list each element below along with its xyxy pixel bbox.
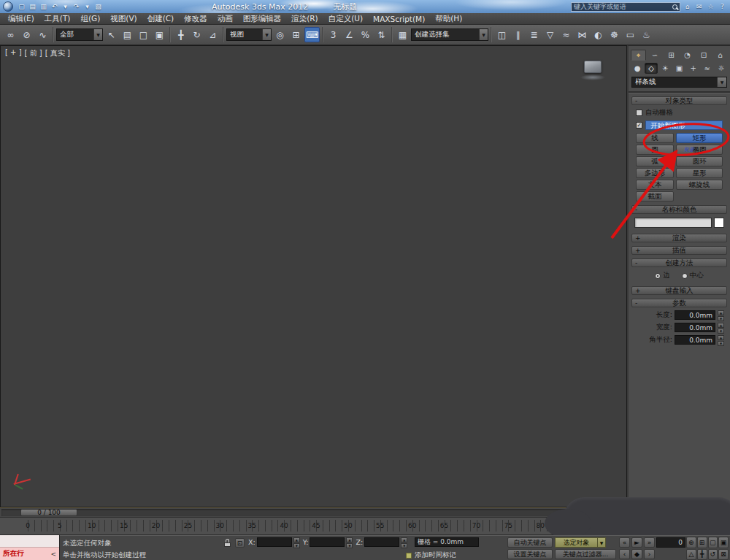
systems-category-icon[interactable]: ☼ xyxy=(715,63,728,74)
spinner[interactable]: ▲ ▼ xyxy=(401,537,407,547)
add-time-tag[interactable]: 添加时间标记 xyxy=(406,551,456,560)
redo-icon[interactable]: ↷ xyxy=(72,1,81,12)
use-pivot-center-icon[interactable]: ◎ xyxy=(272,27,288,42)
arc-button[interactable]: 弧 xyxy=(636,156,674,166)
modify-tab[interactable]: ∽ xyxy=(647,50,662,61)
start-new-shape-checkbox[interactable]: ✓ xyxy=(636,122,642,129)
menu-item[interactable]: 帮助(H) xyxy=(430,13,467,24)
search-input[interactable] xyxy=(574,3,670,10)
curve-editor-icon[interactable]: ≈ xyxy=(558,27,574,42)
menu-item[interactable]: 修改器 xyxy=(179,13,212,24)
schematic-view-icon[interactable]: ⋈ xyxy=(575,27,590,42)
select-and-move-icon[interactable]: ╋ xyxy=(173,27,188,42)
display-tab[interactable]: ⊡ xyxy=(696,50,711,61)
spinner-down-icon[interactable]: ▼ xyxy=(718,341,724,346)
undo-dropdown-icon[interactable]: ▾ xyxy=(61,1,70,12)
edit-named-selection-sets-icon[interactable]: ▦ xyxy=(395,27,410,42)
param-field[interactable]: 0.0mm xyxy=(675,323,715,332)
coordinate-field[interactable] xyxy=(257,537,292,547)
shapes-category-icon[interactable]: ◇ xyxy=(645,63,658,74)
space-warps-category-icon[interactable]: ≈ xyxy=(701,63,714,74)
edge-radio[interactable]: 边 xyxy=(655,271,670,280)
subscription-center-icon[interactable]: ⌂ xyxy=(683,1,692,12)
auto-key-button[interactable]: 自动关键点 xyxy=(507,537,553,548)
align-icon[interactable]: ∥ xyxy=(510,27,526,42)
helpers-category-icon[interactable]: + xyxy=(687,63,700,74)
spinner-up-icon[interactable]: ▲ xyxy=(346,537,353,542)
play-animation-icon[interactable]: ► xyxy=(631,537,642,548)
mirror-icon[interactable]: ◫ xyxy=(494,27,510,42)
menu-item[interactable]: 动画 xyxy=(212,13,238,24)
select-and-rotate-icon[interactable]: ↻ xyxy=(189,27,204,42)
set-key-button[interactable]: 设置关键点 xyxy=(507,549,553,559)
save-file-icon[interactable]: ▥ xyxy=(39,1,48,12)
spinner[interactable]: ▲ ▼ xyxy=(718,323,724,332)
rollout-object-type[interactable]: - 对象类型 xyxy=(631,96,727,105)
utilities-tab[interactable]: ⌂ xyxy=(712,50,728,61)
helix-button[interactable]: 螺旋线 xyxy=(676,180,723,190)
viewcube[interactable] xyxy=(578,61,607,83)
unlink-selection-icon[interactable]: ⊘ xyxy=(19,27,34,42)
viewport-menu[interactable]: [ 真实 ] xyxy=(45,48,70,58)
selection-lock-icon[interactable] xyxy=(223,539,232,547)
maximize-viewport-icon[interactable]: ⊠ xyxy=(718,549,729,560)
zoom-extents-icon[interactable]: ▢ xyxy=(708,537,718,548)
shape-type-dropdown[interactable]: 样条线 ▼ xyxy=(631,77,727,88)
ngon-button[interactable]: 多边形 xyxy=(636,168,674,178)
select-and-manipulate-icon[interactable]: ⊞ xyxy=(288,27,304,42)
param-field[interactable]: 0.0mm xyxy=(675,310,715,320)
spinner-up-icon[interactable]: ▲ xyxy=(718,323,724,328)
rollout-keyboard-ent[interactable]: + 键盘输入 xyxy=(631,286,727,295)
reference-coordinate-dropdown[interactable]: 视图 ▼ xyxy=(226,28,272,41)
lights-category-icon[interactable]: ☀ xyxy=(658,63,672,74)
spinner-up-icon[interactable]: ▲ xyxy=(293,537,300,542)
create-tab[interactable]: ⌖ xyxy=(631,50,646,61)
coordinate-field[interactable] xyxy=(364,537,399,547)
front-viewport[interactable]: [ + ][ 前 ][ 真实 ] xyxy=(0,45,627,507)
coordinate-field[interactable] xyxy=(310,537,345,547)
bind-to-space-warp-icon[interactable]: ∿ xyxy=(35,27,50,42)
donut-button[interactable]: 圆环 xyxy=(676,156,723,166)
orbit-icon[interactable]: ↺ xyxy=(708,549,718,560)
object-name-field[interactable] xyxy=(634,218,712,228)
menu-item[interactable]: 工具(T) xyxy=(39,13,76,24)
menu-item[interactable]: 视图(V) xyxy=(105,13,142,24)
menu-item[interactable]: 渲染(R) xyxy=(286,13,323,24)
spinner[interactable]: ▲ ▼ xyxy=(293,537,300,547)
3dsmax-logo[interactable] xyxy=(3,1,13,12)
hierarchy-tab[interactable]: ⊞ xyxy=(664,50,679,61)
spinner-up-icon[interactable]: ▲ xyxy=(718,310,724,315)
text-button[interactable]: 文本 xyxy=(636,180,674,190)
rollout-interpolation[interactable]: + 插值 xyxy=(631,246,727,255)
open-file-icon[interactable]: ▤ xyxy=(28,1,37,12)
favorites-icon[interactable]: ☆ xyxy=(706,1,715,12)
cameras-category-icon[interactable]: ▣ xyxy=(672,63,685,74)
spinner-up-icon[interactable]: ▲ xyxy=(401,537,407,542)
section-button[interactable]: 截面 xyxy=(636,191,674,202)
angle-snap-icon[interactable]: ∠ xyxy=(342,27,357,42)
render-setup-icon[interactable]: ☸ xyxy=(607,27,622,42)
menu-item[interactable]: 自定义(U) xyxy=(323,13,368,24)
object-color-swatch[interactable] xyxy=(714,218,724,228)
material-editor-icon[interactable]: ◐ xyxy=(591,27,606,42)
spinner-up-icon[interactable]: ▲ xyxy=(718,335,724,340)
spinner-down-icon[interactable]: ▼ xyxy=(346,543,353,548)
render-production-icon[interactable]: ♨ xyxy=(639,27,654,42)
key-mode-icon[interactable]: ◆ xyxy=(631,549,642,559)
percent-snap-icon[interactable]: % xyxy=(358,27,373,42)
time-slider-track[interactable]: 0 / 100 xyxy=(1,509,626,516)
undo-icon[interactable]: ↶ xyxy=(50,1,59,12)
viewport-menu[interactable]: [ 前 ] xyxy=(25,48,42,58)
select-object-icon[interactable]: ↖ xyxy=(104,27,119,42)
select-and-link-icon[interactable]: ∞ xyxy=(3,27,18,42)
menu-item[interactable]: 图形编辑器 xyxy=(238,13,287,24)
window-crossing-icon[interactable]: ▣ xyxy=(152,27,167,42)
snap-toggle-icon[interactable]: 3 xyxy=(326,27,341,42)
rectangular-selection-region-icon[interactable]: □ xyxy=(136,27,151,42)
search-box[interactable] xyxy=(571,2,680,12)
spinner-snap-icon[interactable]: ⇅ xyxy=(374,27,389,42)
ellipse-button[interactable]: 椭圆 xyxy=(676,145,723,155)
zoom-extents-all-icon[interactable]: ▣ xyxy=(718,537,729,548)
listener-script-line[interactable]: 所在行 < xyxy=(0,548,59,560)
spinner-down-icon[interactable]: ▼ xyxy=(718,316,724,321)
